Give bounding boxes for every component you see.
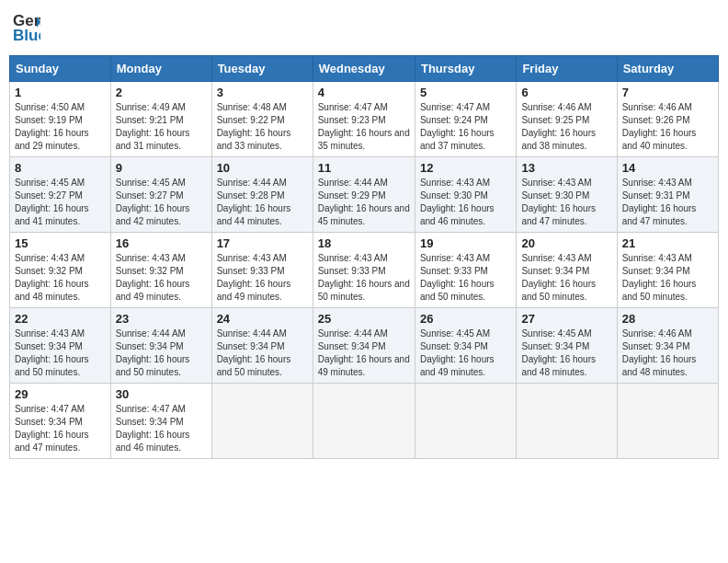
day-info: Sunrise: 4:43 AMSunset: 9:32 PMDaylight:… xyxy=(15,252,106,304)
day-info: Sunrise: 4:43 AMSunset: 9:33 PMDaylight:… xyxy=(318,252,410,304)
day-number: 9 xyxy=(116,161,207,175)
day-number: 25 xyxy=(318,312,410,326)
calendar-day-cell: 12Sunrise: 4:43 AMSunset: 9:30 PMDayligh… xyxy=(415,157,516,233)
calendar-day-cell: 25Sunrise: 4:44 AMSunset: 9:34 PMDayligh… xyxy=(313,308,415,384)
day-info: Sunrise: 4:43 AMSunset: 9:31 PMDaylight:… xyxy=(622,177,713,228)
day-number: 10 xyxy=(217,161,308,175)
calendar: SundayMondayTuesdayWednesdayThursdayFrid… xyxy=(9,55,719,459)
day-of-week-header: Monday xyxy=(110,56,211,82)
calendar-day-cell: 5Sunrise: 4:47 AMSunset: 9:24 PMDaylight… xyxy=(415,82,516,157)
calendar-day-cell: 22Sunrise: 4:43 AMSunset: 9:34 PMDayligh… xyxy=(10,308,111,384)
day-number: 14 xyxy=(622,161,713,175)
day-number: 27 xyxy=(521,312,611,326)
day-of-week-header: Sunday xyxy=(10,56,111,82)
day-number: 29 xyxy=(15,387,106,401)
calendar-day-cell: 23Sunrise: 4:44 AMSunset: 9:34 PMDayligh… xyxy=(110,308,211,384)
day-number: 15 xyxy=(15,236,106,250)
calendar-header-row: SundayMondayTuesdayWednesdayThursdayFrid… xyxy=(10,56,719,82)
calendar-day-cell xyxy=(517,384,617,459)
day-info: Sunrise: 4:44 AMSunset: 9:28 PMDaylight:… xyxy=(217,177,308,228)
day-number: 19 xyxy=(420,236,511,250)
day-number: 30 xyxy=(116,387,207,401)
calendar-day-cell: 3Sunrise: 4:48 AMSunset: 9:22 PMDaylight… xyxy=(211,82,313,157)
calendar-week-row: 15Sunrise: 4:43 AMSunset: 9:32 PMDayligh… xyxy=(10,233,719,308)
calendar-day-cell: 24Sunrise: 4:44 AMSunset: 9:34 PMDayligh… xyxy=(211,308,313,384)
logo: General Blue xyxy=(13,9,40,48)
day-number: 12 xyxy=(420,161,511,175)
day-of-week-header: Friday xyxy=(517,56,617,82)
day-info: Sunrise: 4:46 AMSunset: 9:34 PMDaylight:… xyxy=(622,327,713,379)
day-info: Sunrise: 4:43 AMSunset: 9:30 PMDaylight:… xyxy=(420,177,511,228)
calendar-week-row: 22Sunrise: 4:43 AMSunset: 9:34 PMDayligh… xyxy=(10,308,719,384)
day-info: Sunrise: 4:43 AMSunset: 9:34 PMDaylight:… xyxy=(521,252,611,304)
calendar-day-cell: 1Sunrise: 4:50 AMSunset: 9:19 PMDaylight… xyxy=(10,82,111,157)
day-number: 11 xyxy=(318,161,410,175)
calendar-day-cell: 15Sunrise: 4:43 AMSunset: 9:32 PMDayligh… xyxy=(10,233,111,308)
day-info: Sunrise: 4:46 AMSunset: 9:25 PMDaylight:… xyxy=(521,101,611,153)
day-number: 5 xyxy=(420,86,511,99)
day-info: Sunrise: 4:45 AMSunset: 9:27 PMDaylight:… xyxy=(116,177,207,228)
calendar-day-cell: 20Sunrise: 4:43 AMSunset: 9:34 PMDayligh… xyxy=(517,233,617,308)
calendar-day-cell: 17Sunrise: 4:43 AMSunset: 9:33 PMDayligh… xyxy=(211,233,313,308)
day-info: Sunrise: 4:47 AMSunset: 9:24 PMDaylight:… xyxy=(420,101,511,153)
header: General Blue xyxy=(9,9,719,48)
day-info: Sunrise: 4:47 AMSunset: 9:23 PMDaylight:… xyxy=(318,101,410,153)
day-info: Sunrise: 4:48 AMSunset: 9:22 PMDaylight:… xyxy=(217,101,308,153)
calendar-day-cell: 10Sunrise: 4:44 AMSunset: 9:28 PMDayligh… xyxy=(211,157,313,233)
day-info: Sunrise: 4:44 AMSunset: 9:29 PMDaylight:… xyxy=(318,177,410,228)
calendar-day-cell: 16Sunrise: 4:43 AMSunset: 9:32 PMDayligh… xyxy=(110,233,211,308)
day-number: 4 xyxy=(318,86,410,99)
calendar-day-cell: 7Sunrise: 4:46 AMSunset: 9:26 PMDaylight… xyxy=(617,82,718,157)
day-info: Sunrise: 4:43 AMSunset: 9:30 PMDaylight:… xyxy=(521,177,611,228)
day-info: Sunrise: 4:43 AMSunset: 9:33 PMDaylight:… xyxy=(217,252,308,304)
calendar-day-cell: 18Sunrise: 4:43 AMSunset: 9:33 PMDayligh… xyxy=(313,233,415,308)
calendar-day-cell xyxy=(617,384,718,459)
day-info: Sunrise: 4:50 AMSunset: 9:19 PMDaylight:… xyxy=(15,101,106,153)
day-info: Sunrise: 4:47 AMSunset: 9:34 PMDaylight:… xyxy=(116,403,207,454)
day-info: Sunrise: 4:43 AMSunset: 9:32 PMDaylight:… xyxy=(116,252,207,304)
svg-text:Blue: Blue xyxy=(13,27,40,44)
day-number: 1 xyxy=(15,86,106,99)
calendar-day-cell: 26Sunrise: 4:45 AMSunset: 9:34 PMDayligh… xyxy=(415,308,516,384)
day-info: Sunrise: 4:43 AMSunset: 9:34 PMDaylight:… xyxy=(15,327,106,379)
calendar-day-cell: 9Sunrise: 4:45 AMSunset: 9:27 PMDaylight… xyxy=(110,157,211,233)
calendar-day-cell: 19Sunrise: 4:43 AMSunset: 9:33 PMDayligh… xyxy=(415,233,516,308)
day-of-week-header: Wednesday xyxy=(313,56,415,82)
calendar-week-row: 29Sunrise: 4:47 AMSunset: 9:34 PMDayligh… xyxy=(10,384,719,459)
calendar-day-cell xyxy=(211,384,313,459)
day-info: Sunrise: 4:44 AMSunset: 9:34 PMDaylight:… xyxy=(217,327,308,379)
day-number: 16 xyxy=(116,236,207,250)
day-info: Sunrise: 4:47 AMSunset: 9:34 PMDaylight:… xyxy=(15,403,106,454)
calendar-day-cell xyxy=(313,384,415,459)
day-number: 6 xyxy=(521,86,611,99)
calendar-day-cell: 30Sunrise: 4:47 AMSunset: 9:34 PMDayligh… xyxy=(110,384,211,459)
calendar-week-row: 1Sunrise: 4:50 AMSunset: 9:19 PMDaylight… xyxy=(10,82,719,157)
day-number: 28 xyxy=(622,312,713,326)
calendar-day-cell: 21Sunrise: 4:43 AMSunset: 9:34 PMDayligh… xyxy=(617,233,718,308)
day-number: 20 xyxy=(521,236,611,250)
day-info: Sunrise: 4:45 AMSunset: 9:34 PMDaylight:… xyxy=(420,327,511,379)
page-wrapper: General Blue SundayMondayTuesdayWednesda… xyxy=(9,9,719,459)
day-info: Sunrise: 4:43 AMSunset: 9:34 PMDaylight:… xyxy=(622,252,713,304)
day-number: 8 xyxy=(15,161,106,175)
day-info: Sunrise: 4:44 AMSunset: 9:34 PMDaylight:… xyxy=(116,327,207,379)
day-info: Sunrise: 4:45 AMSunset: 9:27 PMDaylight:… xyxy=(15,177,106,228)
calendar-day-cell: 2Sunrise: 4:49 AMSunset: 9:21 PMDaylight… xyxy=(110,82,211,157)
calendar-day-cell: 6Sunrise: 4:46 AMSunset: 9:25 PMDaylight… xyxy=(517,82,617,157)
calendar-day-cell: 28Sunrise: 4:46 AMSunset: 9:34 PMDayligh… xyxy=(617,308,718,384)
day-of-week-header: Saturday xyxy=(617,56,718,82)
day-number: 13 xyxy=(521,161,611,175)
day-number: 3 xyxy=(217,86,308,99)
day-number: 22 xyxy=(15,312,106,326)
day-of-week-header: Thursday xyxy=(415,56,516,82)
logo-icon: General Blue xyxy=(13,9,40,48)
day-number: 17 xyxy=(217,236,308,250)
day-info: Sunrise: 4:45 AMSunset: 9:34 PMDaylight:… xyxy=(521,327,611,379)
day-number: 21 xyxy=(622,236,713,250)
calendar-week-row: 8Sunrise: 4:45 AMSunset: 9:27 PMDaylight… xyxy=(10,157,719,233)
calendar-day-cell: 29Sunrise: 4:47 AMSunset: 9:34 PMDayligh… xyxy=(10,384,111,459)
day-number: 2 xyxy=(116,86,207,99)
calendar-day-cell: 27Sunrise: 4:45 AMSunset: 9:34 PMDayligh… xyxy=(517,308,617,384)
calendar-day-cell xyxy=(415,384,516,459)
day-number: 7 xyxy=(622,86,713,99)
